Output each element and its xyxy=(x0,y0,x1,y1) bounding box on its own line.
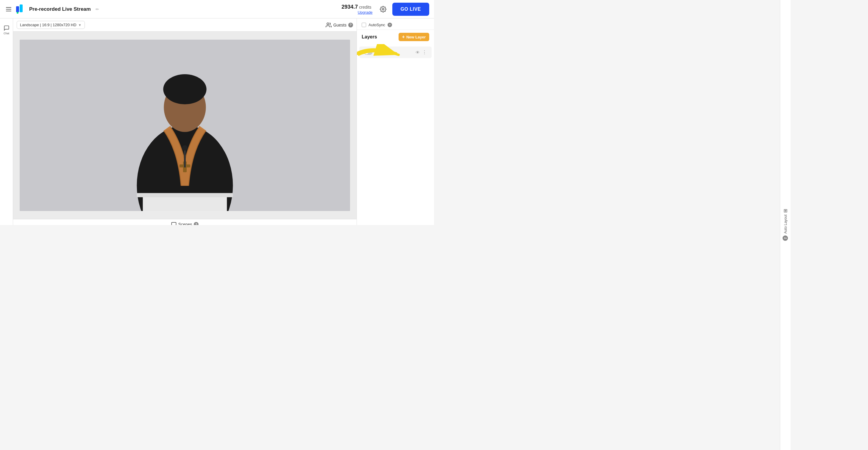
plus-icon: + xyxy=(402,34,405,39)
canvas-toolbar: Landscape | 16:9 | 1280x720 HD ▼ Guests … xyxy=(13,19,356,32)
chat-sidebar-button[interactable]: Chat xyxy=(2,23,11,37)
layer-name: Video xyxy=(375,50,413,55)
layers-list: Video 👁 ⋮ xyxy=(357,44,434,225)
video-background xyxy=(20,39,350,211)
canvas-bottom-bar: Scenes ? xyxy=(13,219,356,225)
layers-header: Layers + New Layer xyxy=(357,30,434,44)
layer-toggle[interactable] xyxy=(364,50,372,55)
stream-title: Pre-recorded Live Stream xyxy=(29,6,91,12)
svg-rect-1 xyxy=(20,4,23,12)
svg-rect-12 xyxy=(137,193,233,197)
credits-block: 2934.7 credits Upgrade xyxy=(341,4,372,15)
autosync-row: AutoSync ? xyxy=(357,19,434,30)
scenes-button[interactable]: Scenes ? xyxy=(171,222,199,225)
svg-point-14 xyxy=(182,145,188,150)
svg-rect-13 xyxy=(184,149,186,167)
svg-point-3 xyxy=(382,8,384,10)
credits-top: 2934.7 credits xyxy=(341,4,372,10)
upgrade-link[interactable]: Upgrade xyxy=(358,10,373,15)
guests-help-icon[interactable]: ? xyxy=(348,23,353,27)
main-layout: Chat Landscape | 16:9 | 1280x720 HD ▼ Gu… xyxy=(0,19,434,225)
header: Pre-recorded Live Stream ✏ 2934.7 credit… xyxy=(0,0,434,19)
new-layer-label: New Layer xyxy=(406,35,426,39)
svg-rect-0 xyxy=(16,6,19,12)
resolution-select[interactable]: Landscape | 16:9 | 1280x720 HD ▼ xyxy=(17,21,85,29)
left-sidebar: Chat xyxy=(0,19,13,225)
layer-item[interactable]: Video 👁 ⋮ xyxy=(359,47,432,58)
autosync-help-icon[interactable]: ? xyxy=(388,23,392,27)
layer-visibility-icon[interactable]: 👁 xyxy=(415,50,420,55)
logo xyxy=(16,4,26,15)
scenes-label: Scenes xyxy=(178,222,192,225)
chat-label: Chat xyxy=(4,32,9,35)
settings-button[interactable] xyxy=(377,4,389,15)
layers-title: Layers xyxy=(362,34,377,39)
autosync-checkbox[interactable] xyxy=(362,23,366,27)
video-preview xyxy=(13,32,356,219)
guests-icon xyxy=(326,22,332,28)
layer-item-container: Video 👁 ⋮ xyxy=(357,47,434,58)
new-layer-button[interactable]: + New Layer xyxy=(399,33,429,41)
svg-rect-15 xyxy=(172,223,176,225)
canvas-area: Landscape | 16:9 | 1280x720 HD ▼ Guests … xyxy=(13,19,356,225)
autosync-label: AutoSync xyxy=(369,23,385,27)
layer-more-icon[interactable]: ⋮ xyxy=(422,50,427,55)
chevron-down-icon: ▼ xyxy=(78,23,82,27)
guests-label: Guests xyxy=(333,23,346,27)
go-live-button[interactable]: GO LIVE xyxy=(392,3,429,16)
svg-point-4 xyxy=(327,23,329,25)
video-frame xyxy=(20,39,350,211)
svg-point-8 xyxy=(163,74,206,104)
scenes-icon xyxy=(171,222,177,225)
gear-icon xyxy=(380,6,386,12)
resolution-label: Landscape | 16:9 | 1280x720 HD xyxy=(20,23,76,27)
credits-amount: 2934.7 xyxy=(341,4,358,10)
edit-title-icon[interactable]: ✏ xyxy=(96,7,99,11)
menu-button[interactable] xyxy=(5,6,12,12)
scenes-help-icon[interactable]: ? xyxy=(194,222,198,225)
right-panel: AutoSync ? Layers + New Layer xyxy=(356,19,434,225)
header-left: Pre-recorded Live Stream ✏ xyxy=(5,4,341,15)
guests-button[interactable]: Guests ? xyxy=(326,22,353,28)
credits-label: credits xyxy=(359,5,371,9)
chat-icon xyxy=(4,25,9,31)
svg-point-2 xyxy=(17,12,19,14)
